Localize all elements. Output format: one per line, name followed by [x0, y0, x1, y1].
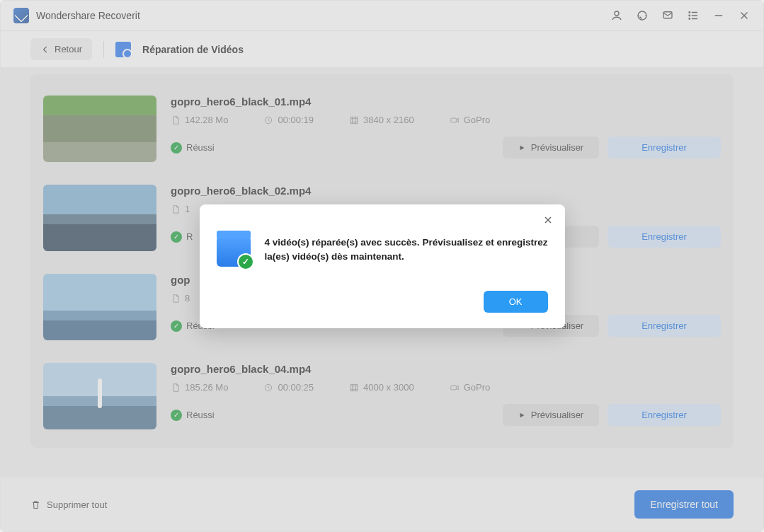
modal-close-button[interactable]	[542, 214, 554, 226]
success-modal: 4 vidéo(s) réparée(s) avec succès. Prévi…	[200, 204, 565, 328]
modal-message: 4 vidéo(s) réparée(s) avec succès. Prévi…	[265, 236, 548, 265]
app-window: Wondershare Recoverit Re	[0, 0, 764, 532]
ok-button[interactable]: OK	[484, 291, 548, 313]
video-success-icon	[217, 236, 251, 267]
close-icon	[542, 214, 554, 226]
modal-overlay: 4 vidéo(s) réparée(s) avec succès. Prévi…	[1, 1, 763, 531]
ok-label: OK	[509, 296, 523, 307]
modal-footer: OK	[217, 291, 548, 313]
modal-body: 4 vidéo(s) réparée(s) avec succès. Prévi…	[217, 236, 548, 267]
